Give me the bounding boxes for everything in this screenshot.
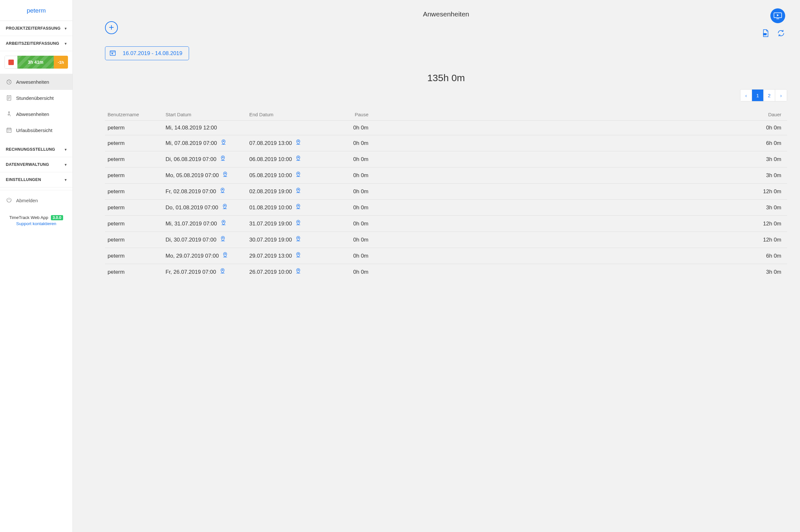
col-header-duration[interactable]: Dauer xyxy=(368,112,784,117)
sidebar-user[interactable]: peterm xyxy=(0,0,73,21)
app-version-badge: 3.0.0 xyxy=(51,215,63,220)
cell-duration: 3h 0m xyxy=(368,269,784,276)
cell-pause: 0h 0m xyxy=(333,253,368,259)
table-row[interactable]: petermMo, 29.07.2019 07:0029.07.2019 13:… xyxy=(105,248,787,264)
svg-point-20 xyxy=(223,221,224,222)
document-icon xyxy=(6,95,12,101)
nav-section-label: RECHNUNGSSTELLUNG xyxy=(6,147,55,152)
location-icon[interactable] xyxy=(295,187,302,195)
time-elapsed[interactable]: 3h 41m xyxy=(17,56,54,69)
cell-end-date: 05.08.2019 10:00 xyxy=(249,172,292,179)
location-icon[interactable] xyxy=(295,139,302,147)
location-icon[interactable] xyxy=(222,252,228,260)
sidebar-item-absence[interactable]: Abwesenheiten xyxy=(0,106,73,122)
table-row[interactable]: petermDo, 01.08.2019 07:0001.08.2019 10:… xyxy=(105,200,787,215)
nav-section-billing[interactable]: RECHNUNGSSTELLUNG xyxy=(0,142,73,157)
location-icon[interactable] xyxy=(295,236,302,244)
csv-file-icon: CSV xyxy=(761,29,770,37)
location-icon[interactable] xyxy=(219,268,226,276)
pager-prev[interactable]: ‹ xyxy=(740,90,752,101)
sidebar-user-name: peterm xyxy=(27,7,46,14)
table-row[interactable]: petermFr, 02.08.2019 07:0002.08.2019 19:… xyxy=(105,183,787,200)
support-link[interactable]: Support kontaktieren xyxy=(3,221,69,226)
col-header-start[interactable]: Start Datum xyxy=(166,112,249,117)
table-row[interactable]: petermDi, 06.08.2019 07:0006.08.2019 10:… xyxy=(105,151,787,167)
tutorial-play-button[interactable] xyxy=(770,8,785,23)
cell-username: peterm xyxy=(108,205,125,211)
cell-pause: 0h 0m xyxy=(333,140,368,147)
svg-text:1: 1 xyxy=(112,53,113,54)
svg-point-25 xyxy=(298,253,299,254)
cell-duration: 3h 0m xyxy=(368,205,784,211)
nav-section-label: PROJEKTZEITERFASSUNG xyxy=(6,26,60,31)
cell-end-date: 02.08.2019 19:00 xyxy=(249,188,292,195)
location-icon[interactable] xyxy=(295,155,302,163)
plus-icon: + xyxy=(109,23,114,32)
location-icon[interactable] xyxy=(295,204,302,212)
cell-username: peterm xyxy=(108,125,125,131)
calendar-icon xyxy=(6,127,12,133)
sidebar-item-label: Stundenübersicht xyxy=(16,95,54,101)
nav-section-label: EINSTELLUNGEN xyxy=(6,177,41,182)
cell-duration: 12h 0m xyxy=(368,221,784,227)
app-name: TimeTrack Web App xyxy=(9,215,48,220)
nav-section-work-time[interactable]: ARBEITSZEITERFASSUNG xyxy=(0,36,73,51)
cell-duration: 3h 0m xyxy=(368,172,784,179)
nav-section-label: DATENVERWALTUNG xyxy=(6,162,49,167)
table-row[interactable]: petermMi, 31.07.2019 07:0031.07.2019 19:… xyxy=(105,215,787,231)
export-csv-button[interactable]: CSV xyxy=(761,29,770,37)
location-icon[interactable] xyxy=(222,171,228,179)
table-row[interactable]: petermFr, 26.07.2019 07:0026.07.2019 10:… xyxy=(105,264,787,280)
sidebar-item-label: Urlaubsübersicht xyxy=(16,128,53,133)
location-icon[interactable] xyxy=(220,139,227,147)
calendar-icon: 1 xyxy=(109,49,116,57)
location-icon[interactable] xyxy=(295,171,302,179)
location-icon[interactable] xyxy=(295,268,302,276)
cell-username: peterm xyxy=(108,172,125,179)
col-header-end[interactable]: End Datum xyxy=(249,112,333,117)
chevron-down-icon xyxy=(65,162,66,167)
col-header-username[interactable]: Benutzername xyxy=(108,112,166,117)
nav-section-data[interactable]: DATENVERWALTUNG xyxy=(0,157,73,172)
pager-next[interactable]: › xyxy=(775,90,787,101)
stop-recording-button[interactable] xyxy=(4,56,17,69)
nav-section-project-time[interactable]: PROJEKTZEITERFASSUNG xyxy=(0,21,73,36)
table-row[interactable]: petermMi, 07.08.2019 07:0007.08.2019 13:… xyxy=(105,135,787,151)
refresh-button[interactable] xyxy=(777,29,785,37)
sidebar-item-attendance[interactable]: Anwesenheiten xyxy=(0,74,73,90)
pager-page-2[interactable]: 2 xyxy=(764,90,775,101)
location-icon[interactable] xyxy=(222,204,228,212)
table-row[interactable]: petermMo, 05.08.2019 07:0005.08.2019 10:… xyxy=(105,167,787,183)
cell-username: peterm xyxy=(108,188,125,195)
svg-point-13 xyxy=(298,157,299,158)
clock-icon xyxy=(6,79,12,85)
time-overtime[interactable]: -1h xyxy=(54,56,68,69)
table-row[interactable]: petermMi, 14.08.2019 12:000h 0m0h 0m xyxy=(105,120,787,135)
svg-point-26 xyxy=(222,269,223,270)
svg-point-16 xyxy=(222,189,223,190)
cell-end-date: 07.08.2019 13:00 xyxy=(249,140,292,147)
sidebar-item-hours-overview[interactable]: Stundenübersicht xyxy=(0,90,73,106)
pagination: ‹12› xyxy=(105,89,787,101)
chevron-down-icon xyxy=(65,177,66,182)
location-icon[interactable] xyxy=(220,236,226,244)
location-icon[interactable] xyxy=(219,187,226,195)
pager-page-1[interactable]: 1 xyxy=(752,90,764,101)
sidebar-item-vacation-overview[interactable]: Urlaubsübersicht xyxy=(0,122,73,138)
logout-button[interactable]: Abmelden xyxy=(0,190,73,211)
cell-pause: 0h 0m xyxy=(333,188,368,195)
table-row[interactable]: petermDi, 30.07.2019 07:0030.07.2019 19:… xyxy=(105,231,787,248)
location-icon[interactable] xyxy=(295,252,302,260)
add-entry-button[interactable]: + xyxy=(105,21,118,34)
svg-text:CSV: CSV xyxy=(764,34,766,35)
location-icon[interactable] xyxy=(295,220,302,228)
col-header-pause[interactable]: Pause xyxy=(333,112,368,117)
page-title: Anwesenheiten xyxy=(105,10,787,18)
location-icon[interactable] xyxy=(220,155,226,163)
location-icon[interactable] xyxy=(220,220,227,228)
refresh-icon xyxy=(777,29,785,37)
attendance-table: Benutzername Start Datum End Datum Pause… xyxy=(105,109,787,280)
cell-pause: 0h 0m xyxy=(333,221,368,227)
nav-section-settings[interactable]: EINSTELLUNGEN xyxy=(0,172,73,187)
date-range-picker[interactable]: 1 16.07.2019 - 14.08.2019 xyxy=(105,46,189,60)
